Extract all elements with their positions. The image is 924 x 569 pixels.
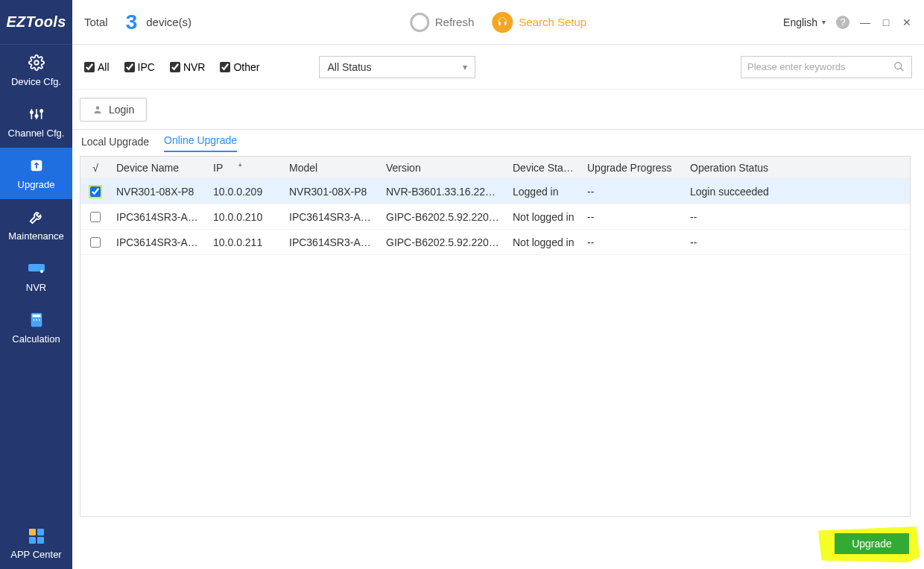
svg-point-6 bbox=[40, 110, 42, 112]
search-icon[interactable] bbox=[893, 61, 905, 73]
user-icon bbox=[92, 104, 103, 115]
row-checkbox[interactable] bbox=[90, 212, 101, 222]
cell-status: Not logged in bbox=[507, 236, 581, 248]
cell-progress: -- bbox=[581, 211, 684, 223]
search-box bbox=[741, 56, 912, 78]
sliders-icon bbox=[28, 105, 45, 123]
cell-status: Not logged in bbox=[507, 211, 581, 223]
tab-local-upgrade[interactable]: Local Upgrade bbox=[81, 136, 149, 152]
filter-nvr[interactable]: NVR bbox=[170, 61, 206, 73]
topbar-center: Refresh Search Setup bbox=[410, 12, 586, 33]
filter-nvr-label: NVR bbox=[183, 61, 206, 73]
svg-point-4 bbox=[30, 111, 32, 113]
sidebar-item-upgrade[interactable]: Upgrade bbox=[0, 148, 72, 199]
svg-point-15 bbox=[895, 62, 902, 69]
filter-all-checkbox[interactable] bbox=[84, 62, 95, 72]
app-center-label: APP Center bbox=[10, 549, 61, 560]
login-button[interactable]: Login bbox=[80, 98, 147, 122]
maximize-button[interactable]: □ bbox=[881, 17, 891, 28]
tab-online-upgrade[interactable]: Online Upgrade bbox=[164, 134, 237, 152]
device-table: √ Device Name IP ▴ Model Version Device … bbox=[80, 156, 911, 517]
refresh-button[interactable]: Refresh bbox=[410, 13, 475, 32]
filter-nvr-checkbox[interactable] bbox=[170, 62, 180, 72]
cell-model: IPC3614SR3-ADF… bbox=[283, 236, 380, 248]
filter-other[interactable]: Other bbox=[220, 61, 259, 73]
svg-point-9 bbox=[40, 270, 43, 273]
topbar: Total 3 device(s) Refresh Search Setup E… bbox=[72, 0, 924, 45]
row-checkbox[interactable] bbox=[90, 186, 101, 197]
cell-version: GIPC-B6202.5.92.220411 bbox=[380, 236, 507, 248]
col-check[interactable]: √ bbox=[80, 162, 110, 174]
svg-point-5 bbox=[35, 115, 37, 117]
app-logo: EZTools bbox=[0, 0, 72, 45]
cell-opstatus: -- bbox=[684, 211, 910, 223]
svg-point-12 bbox=[33, 319, 34, 321]
sidebar-item-label: NVR bbox=[26, 282, 46, 293]
search-setup-label: Search Setup bbox=[519, 16, 586, 28]
device-count: 3 bbox=[126, 10, 138, 34]
cell-version: NVR-B3601.33.16.2207… bbox=[380, 186, 507, 198]
sidebar-item-label: Upgrade bbox=[18, 179, 55, 190]
total-label: Total bbox=[84, 16, 108, 28]
wrench-icon bbox=[28, 208, 45, 226]
topbar-right: English ? — □ ✕ bbox=[783, 16, 912, 29]
language-select[interactable]: English bbox=[783, 16, 826, 28]
col-ip[interactable]: IP ▴ bbox=[207, 162, 283, 174]
col-upgrade-progress[interactable]: Upgrade Progress bbox=[581, 162, 684, 174]
table-row[interactable]: IPC3614SR3-ADF… 10.0.0.211 IPC3614SR3-AD… bbox=[80, 230, 910, 255]
sidebar-nav: Device Cfg. Channel Cfg. Upgrade Mainten… bbox=[0, 45, 72, 353]
nvr-icon bbox=[28, 260, 45, 277]
status-select[interactable]: All Status bbox=[319, 56, 475, 78]
svg-point-17 bbox=[96, 106, 100, 110]
filter-bar: All IPC NVR Other All Status bbox=[72, 45, 924, 89]
col-device-status[interactable]: Device Status bbox=[507, 162, 581, 174]
svg-rect-11 bbox=[32, 315, 40, 318]
grid-icon bbox=[28, 528, 45, 544]
refresh-label: Refresh bbox=[435, 16, 475, 28]
table-header: √ Device Name IP ▴ Model Version Device … bbox=[80, 157, 910, 179]
col-device-name[interactable]: Device Name bbox=[110, 162, 207, 174]
filter-other-checkbox[interactable] bbox=[220, 62, 230, 72]
sidebar-item-maintenance[interactable]: Maintenance bbox=[0, 199, 72, 251]
col-model[interactable]: Model bbox=[283, 162, 380, 174]
sidebar-item-device-cfg[interactable]: Device Cfg. bbox=[0, 45, 72, 96]
sidebar-item-calculation[interactable]: Calculation bbox=[0, 302, 72, 353]
help-icon[interactable]: ? bbox=[836, 16, 849, 29]
sidebar-item-label: Device Cfg. bbox=[11, 76, 61, 87]
upgrade-button[interactable]: Upgrade bbox=[835, 533, 909, 554]
table-row[interactable]: IPC3614SR3-ADF… 10.0.0.210 IPC3614SR3-AD… bbox=[80, 204, 910, 230]
filter-all[interactable]: All bbox=[84, 61, 110, 73]
svg-point-0 bbox=[34, 60, 39, 65]
table-row[interactable]: NVR301-08X-P8 10.0.0.209 NVR301-08X-P8 N… bbox=[80, 179, 910, 204]
sidebar-app-center[interactable]: APP Center bbox=[0, 528, 72, 560]
devices-label: device(s) bbox=[146, 16, 192, 28]
cell-opstatus: -- bbox=[684, 236, 910, 248]
cell-opstatus: Login succeeded bbox=[684, 186, 910, 198]
search-input[interactable] bbox=[747, 61, 893, 72]
col-version[interactable]: Version bbox=[380, 162, 507, 174]
close-button[interactable]: ✕ bbox=[902, 17, 912, 28]
sidebar-item-label: Maintenance bbox=[8, 230, 63, 242]
search-setup-button[interactable]: Search Setup bbox=[492, 12, 586, 33]
filter-ipc[interactable]: IPC bbox=[124, 61, 155, 73]
login-label: Login bbox=[109, 104, 134, 116]
row-checkbox[interactable] bbox=[90, 237, 101, 248]
sidebar-item-channel-cfg[interactable]: Channel Cfg. bbox=[0, 96, 72, 148]
col-ip-label: IP bbox=[213, 162, 223, 174]
sidebar: EZTools Device Cfg. Channel Cfg. Upgrade… bbox=[0, 0, 72, 569]
headset-icon bbox=[492, 12, 513, 33]
sidebar-item-label: Calculation bbox=[12, 333, 60, 345]
sidebar-item-nvr[interactable]: NVR bbox=[0, 251, 72, 302]
filter-all-label: All bbox=[98, 61, 110, 73]
cell-ip: 10.0.0.210 bbox=[207, 211, 283, 223]
minimize-button[interactable]: — bbox=[860, 17, 870, 28]
cell-ip: 10.0.0.211 bbox=[207, 236, 283, 248]
row-checkbox-highlight bbox=[89, 185, 102, 198]
col-operation-status[interactable]: Operation Status bbox=[684, 162, 910, 174]
sort-caret-icon: ▴ bbox=[238, 162, 242, 168]
calculator-icon bbox=[28, 311, 45, 329]
cell-progress: -- bbox=[581, 236, 684, 248]
filter-ipc-checkbox[interactable] bbox=[124, 62, 135, 72]
cell-device-name: IPC3614SR3-ADF… bbox=[110, 211, 207, 223]
svg-line-16 bbox=[900, 68, 903, 71]
